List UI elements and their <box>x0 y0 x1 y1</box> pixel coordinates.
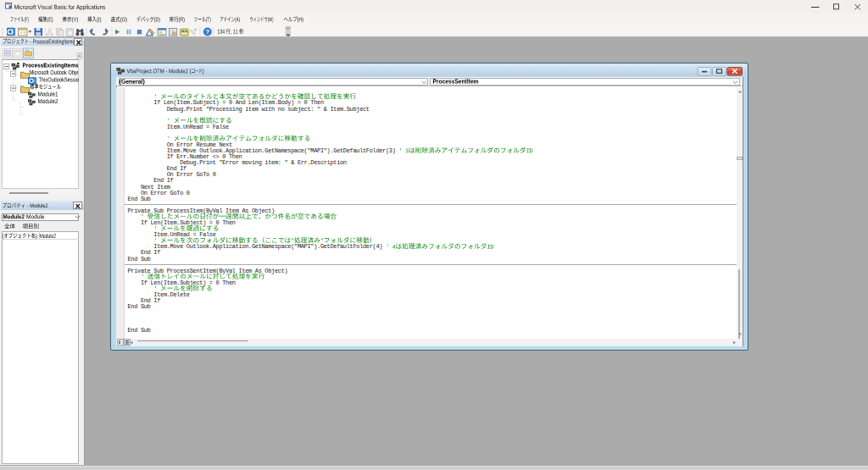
svg-text:?: ? <box>206 28 210 36</box>
